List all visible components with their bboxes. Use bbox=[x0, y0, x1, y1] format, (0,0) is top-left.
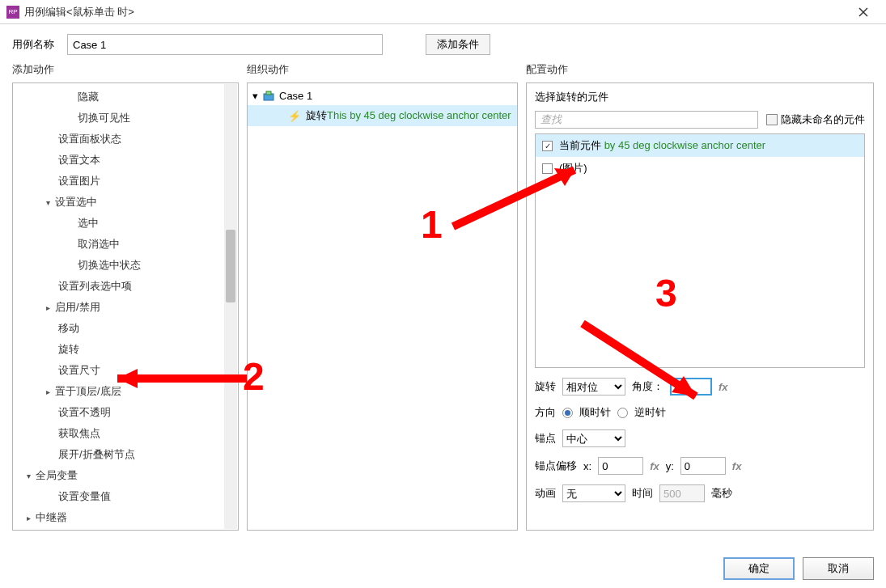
tree-item[interactable]: ▾设置选中 bbox=[13, 192, 238, 213]
organize-action-header: 组织动作 bbox=[247, 60, 518, 79]
tree-item[interactable]: 设置列表选中项 bbox=[13, 276, 238, 297]
hide-unnamed-checkbox[interactable]: 隐藏未命名的元件 bbox=[766, 112, 865, 127]
tree-item[interactable]: 设置变量值 bbox=[13, 486, 238, 507]
element-list[interactable]: 当前元件 by 45 deg clockwise anchor center (… bbox=[535, 133, 865, 368]
tree-item[interactable]: 选中 bbox=[13, 213, 238, 234]
radio-ccw[interactable] bbox=[617, 408, 628, 418]
ok-button[interactable]: 确定 bbox=[723, 557, 795, 580]
tree-item[interactable]: 移动 bbox=[13, 318, 238, 339]
bolt-icon: ⚡ bbox=[288, 110, 301, 122]
tree-item[interactable]: 切换可见性 bbox=[13, 108, 238, 129]
scrollbar-thumb[interactable] bbox=[226, 230, 235, 302]
expand-icon[interactable]: ▾ bbox=[252, 90, 258, 102]
direction-cw-label: 顺时针 bbox=[579, 405, 611, 420]
angle-label: 角度： bbox=[632, 379, 663, 394]
expand-icon[interactable]: ▸ bbox=[44, 303, 52, 312]
configure-section-title: 选择旋转的元件 bbox=[535, 90, 865, 104]
window-title: 用例编辑<鼠标单击 时> bbox=[24, 5, 847, 19]
cancel-button[interactable]: 取消 bbox=[803, 557, 874, 580]
title-bar: RP 用例编辑<鼠标单击 时> bbox=[0, 0, 886, 24]
annotation-number-3: 3 bbox=[655, 271, 677, 315]
checkbox-icon[interactable] bbox=[542, 163, 553, 174]
svg-rect-3 bbox=[266, 91, 271, 95]
columns-container: 添加动作 隐藏 切换可见性 设置面板状态 设置文本 设置图片 ▾设置选中 选中 … bbox=[0, 60, 886, 537]
angle-input[interactable] bbox=[670, 378, 712, 396]
expand-icon[interactable]: ▸ bbox=[24, 514, 32, 522]
direction-label: 方向 bbox=[535, 405, 556, 420]
rotate-label: 旋转 bbox=[535, 379, 556, 394]
organize-action-column: 组织动作 ▾ Case 1 ⚡ 旋转This by 45 deg clockwi… bbox=[247, 60, 518, 531]
configure-action-column: 配置动作 选择旋转的元件 隐藏未命名的元件 当前元件 by 45 deg clo… bbox=[526, 60, 874, 531]
tree-item[interactable]: 设置图片 bbox=[13, 171, 238, 192]
anim-label: 动画 bbox=[535, 486, 556, 501]
time-label: 时间 bbox=[632, 486, 653, 501]
tree-item[interactable]: ▾全局变量 bbox=[13, 465, 238, 486]
element-list-item[interactable]: (图片) bbox=[536, 157, 864, 180]
expand-icon[interactable]: ▾ bbox=[24, 472, 32, 480]
scrollbar-track[interactable] bbox=[224, 84, 237, 529]
annotation-number-1: 1 bbox=[421, 202, 443, 247]
fx-icon[interactable]: fx bbox=[732, 460, 742, 472]
dialog-footer: 确定 取消 bbox=[723, 557, 874, 580]
offset-label: 锚点偏移 bbox=[535, 459, 577, 473]
org-action-item[interactable]: ⚡ 旋转This by 45 deg clockwise anchor cent… bbox=[248, 105, 517, 126]
tree-item[interactable]: ▸启用/禁用 bbox=[13, 297, 238, 318]
app-icon: RP bbox=[6, 6, 19, 19]
anchor-select[interactable]: 中心 bbox=[562, 429, 625, 447]
fx-icon[interactable]: fx bbox=[650, 460, 659, 472]
offset-x-label: x: bbox=[583, 460, 591, 472]
offset-y-input[interactable] bbox=[680, 457, 726, 475]
tree-item[interactable]: 切换选中状态 bbox=[13, 255, 238, 276]
radio-cw[interactable] bbox=[562, 408, 573, 418]
tree-item[interactable]: 取消选中 bbox=[13, 234, 238, 255]
org-action-detail: This by 45 deg clockwise anchor center bbox=[327, 109, 511, 121]
configure-action-header: 配置动作 bbox=[526, 60, 874, 79]
case-icon bbox=[263, 91, 274, 102]
org-action-prefix: 旋转 bbox=[306, 109, 327, 121]
action-tree[interactable]: 隐藏 切换可见性 设置面板状态 设置文本 设置图片 ▾设置选中 选中 取消选中 … bbox=[13, 83, 238, 530]
case-name-input[interactable] bbox=[67, 34, 383, 55]
element-label: (图片) bbox=[559, 161, 587, 176]
ms-label: 毫秒 bbox=[711, 486, 732, 501]
close-button[interactable] bbox=[847, 0, 880, 24]
add-action-column: 添加动作 隐藏 切换可见性 设置面板状态 设置文本 设置图片 ▾设置选中 选中 … bbox=[12, 60, 239, 531]
offset-x-input[interactable] bbox=[598, 457, 643, 475]
checkbox-icon[interactable] bbox=[542, 141, 553, 151]
element-detail: by 45 deg clockwise anchor center bbox=[604, 139, 765, 151]
tree-item[interactable]: 设置尺寸 bbox=[13, 360, 238, 381]
anchor-label: 锚点 bbox=[535, 431, 556, 446]
time-input[interactable] bbox=[659, 484, 705, 502]
annotation-number-2: 2 bbox=[243, 354, 265, 399]
tree-item[interactable]: 获取焦点 bbox=[13, 423, 238, 444]
expand-icon[interactable]: ▸ bbox=[44, 387, 52, 396]
tree-item[interactable]: 设置面板状态 bbox=[13, 129, 238, 150]
element-label: 当前元件 bbox=[559, 139, 601, 151]
tree-item[interactable]: 设置文本 bbox=[13, 150, 238, 171]
tree-item-rotate[interactable]: 旋转 bbox=[13, 339, 238, 360]
offset-y-label: y: bbox=[666, 460, 674, 472]
add-condition-button[interactable]: 添加条件 bbox=[426, 34, 490, 55]
tree-item[interactable]: ▸置于顶层/底层 bbox=[13, 381, 238, 402]
tree-item[interactable]: 展开/折叠树节点 bbox=[13, 444, 238, 465]
search-input[interactable] bbox=[535, 111, 758, 129]
close-icon bbox=[858, 7, 868, 17]
fx-icon[interactable]: fx bbox=[719, 381, 728, 393]
tree-item[interactable]: 隐藏 bbox=[13, 87, 238, 108]
element-list-item[interactable]: 当前元件 by 45 deg clockwise anchor center bbox=[536, 134, 864, 157]
expand-icon[interactable]: ▾ bbox=[44, 198, 52, 207]
tree-item[interactable]: ▸中继器 bbox=[13, 507, 238, 528]
organize-tree[interactable]: ▾ Case 1 ⚡ 旋转This by 45 deg clockwise an… bbox=[248, 83, 517, 129]
direction-ccw-label: 逆时针 bbox=[634, 405, 666, 420]
anim-select[interactable]: 无 bbox=[562, 484, 625, 502]
case-name-row: 用例名称 添加条件 bbox=[0, 24, 886, 60]
add-action-header: 添加动作 bbox=[12, 60, 239, 79]
hide-unnamed-label: 隐藏未命名的元件 bbox=[781, 112, 865, 127]
org-case-item[interactable]: ▾ Case 1 bbox=[248, 87, 517, 105]
checkbox-icon bbox=[766, 114, 778, 125]
case-name-label: 用例名称 bbox=[12, 37, 61, 52]
org-case-label: Case 1 bbox=[279, 90, 312, 102]
tree-item[interactable]: 设置不透明 bbox=[13, 402, 238, 423]
rotate-mode-select[interactable]: 相对位 bbox=[562, 378, 625, 396]
